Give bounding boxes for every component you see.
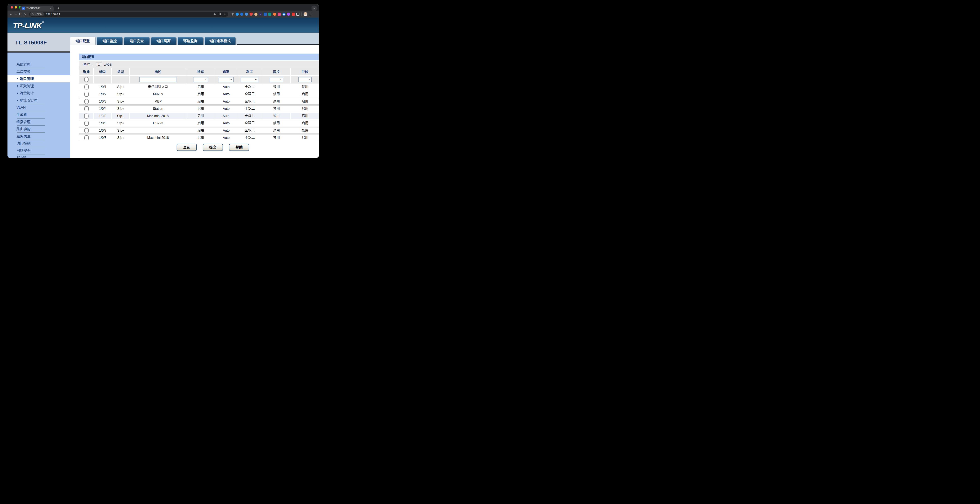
blue-swirl-icon[interactable] xyxy=(240,13,243,16)
red-notes-icon[interactable] xyxy=(292,13,295,16)
tab-端口安全[interactable]: 端口安全 xyxy=(124,37,150,45)
eyes-circle-icon[interactable]: •• xyxy=(259,13,262,16)
sidebar-item-VLAN[interactable]: VLAN xyxy=(8,104,70,111)
button-帮助[interactable]: 帮助 xyxy=(229,144,249,151)
traffic-lights xyxy=(11,6,21,8)
send-plane-icon[interactable] xyxy=(231,13,234,16)
unit-row: UNIT： 1 LAGS xyxy=(79,61,319,68)
forward-button[interactable]: → xyxy=(13,12,18,16)
tab-端口速率模式[interactable]: 端口速率模式 xyxy=(205,37,235,45)
memoji-icon[interactable] xyxy=(255,13,258,16)
home-button[interactable]: ⌂ xyxy=(22,12,27,16)
menu-dots-icon[interactable]: ⋮ xyxy=(309,13,312,16)
doc-lock-icon[interactable] xyxy=(264,13,267,16)
sidebar-item-服务质量[interactable]: 服务质量 xyxy=(8,133,70,140)
status-filter-select[interactable]: ∨ xyxy=(193,77,208,82)
reload-button[interactable]: ↻ xyxy=(18,12,22,16)
cell-speed: Auto xyxy=(215,135,237,141)
security-chip[interactable]: ⚠ 不安全 xyxy=(30,12,44,16)
profile-avatar[interactable] xyxy=(303,12,307,16)
row-checkbox[interactable] xyxy=(84,135,89,140)
translate-icon[interactable]: 文 xyxy=(278,13,281,16)
browser-tab-strip: TP TL-ST5008F × + xyxy=(8,4,319,11)
row-checkbox[interactable] xyxy=(84,114,89,119)
tab-search-button[interactable] xyxy=(312,6,317,11)
tab-端口配置[interactable]: 端口配置 xyxy=(70,37,95,45)
row-checkbox[interactable] xyxy=(84,121,89,126)
teal-chart-icon[interactable] xyxy=(268,13,271,16)
button-全选[interactable]: 全选 xyxy=(177,144,197,151)
tab-close-icon[interactable]: × xyxy=(49,6,52,10)
cell-desc: 电信网络入口 xyxy=(130,84,186,90)
row-checkbox[interactable] xyxy=(84,99,89,104)
sidebar-item-汇聚管理[interactable]: 汇聚管理 xyxy=(8,82,70,90)
col-header-type: 类型 xyxy=(112,68,130,76)
blue-drop-icon[interactable] xyxy=(235,13,239,16)
sidebar-item-label: 网络安全 xyxy=(16,148,30,153)
sidebar-item-流量统计[interactable]: 流量统计 xyxy=(8,89,70,97)
tab-端口监控[interactable]: 端口监控 xyxy=(97,37,123,45)
cell-port: 1/0/8 xyxy=(94,135,112,141)
panel-title: 端口配置 xyxy=(79,54,319,61)
shield-v-icon[interactable]: V xyxy=(250,13,253,16)
bird-icon[interactable] xyxy=(245,13,248,16)
purple-blob-icon[interactable] xyxy=(287,13,290,16)
filter-cell-duplex: ∨ xyxy=(237,76,262,84)
col-header-jumbo: 巨帧 xyxy=(291,68,319,76)
sidebar-item-label: SNMP xyxy=(16,156,27,158)
blue-ring-icon[interactable] xyxy=(282,13,286,16)
brand-banner: TP-LINK® xyxy=(8,17,319,33)
cell-status: 启用 xyxy=(186,135,215,141)
passwords-key-icon[interactable] xyxy=(213,13,216,16)
sidebar-item-label: 生成树 xyxy=(16,112,27,117)
sidebar-item-二层交换[interactable]: 二层交换 xyxy=(8,68,70,75)
traffic-light-minimize[interactable] xyxy=(15,6,17,8)
filter-cell-speed: ∨ xyxy=(215,76,237,84)
puzzle-icon[interactable] xyxy=(296,13,299,16)
address-bar[interactable]: ⚠ 不安全 192.168.0.1 ☆ xyxy=(29,12,228,17)
sidebar-item-组播管理[interactable]: 组播管理 xyxy=(8,118,70,125)
row-checkbox[interactable] xyxy=(84,84,89,89)
row-checkbox[interactable] xyxy=(84,106,89,111)
cell-flow: 禁用 xyxy=(262,120,291,126)
sidebar-item-路由功能[interactable]: 路由功能 xyxy=(8,125,70,133)
tab-环路监测[interactable]: 环路监测 xyxy=(178,37,203,45)
sidebar-item-生成树[interactable]: 生成树 xyxy=(8,111,70,118)
row-checkbox[interactable] xyxy=(84,92,89,97)
sidebar-item-系统管理[interactable]: 系统管理 xyxy=(8,61,70,68)
speed-filter-select[interactable]: ∨ xyxy=(219,77,234,82)
table-row: 1/0/2Sfp+M920x启用Auto全双工禁用启用 xyxy=(79,91,319,97)
button-提交[interactable]: 提交 xyxy=(203,144,223,151)
back-button[interactable]: ← xyxy=(9,12,13,16)
new-tab-button[interactable]: + xyxy=(56,6,60,11)
cell-flow: 禁用 xyxy=(262,98,291,105)
sidebar-item-访问控制[interactable]: 访问控制 xyxy=(8,140,70,147)
orange-circle-icon[interactable] xyxy=(273,13,276,16)
bookmark-star-icon[interactable]: ☆ xyxy=(223,13,226,16)
sidebar-item-端口管理[interactable]: 端口管理 xyxy=(8,75,70,82)
table-row: 1/0/5Sfp+Mac mini 2018启用Auto全双工禁用启用 xyxy=(79,113,319,119)
jumbo-filter-select[interactable]: ∨ xyxy=(298,77,312,82)
unit-1-button[interactable]: 1 xyxy=(96,62,102,67)
sidebar-item-SNMP[interactable]: SNMP xyxy=(8,154,70,158)
desc-filter-input[interactable] xyxy=(140,77,177,82)
cell-jumbo: 启用 xyxy=(291,106,319,112)
select-all-checkbox[interactable] xyxy=(84,77,89,82)
cell-status: 启用 xyxy=(186,91,215,97)
chevron-down-icon: ∨ xyxy=(279,78,282,81)
sidebar-item-地址表管理[interactable]: 地址表管理 xyxy=(8,97,70,104)
table-row: 1/0/1Sfp+电信网络入口启用Auto全双工禁用禁用 xyxy=(79,84,319,90)
row-checkbox[interactable] xyxy=(84,128,89,133)
filter-cell-port xyxy=(94,76,112,84)
flow-filter-select[interactable]: ∨ xyxy=(270,77,283,82)
lags-link[interactable]: LAGS xyxy=(103,63,112,66)
traffic-light-close[interactable] xyxy=(11,6,13,8)
left-column: TL-ST5008F 系统管理二层交换端口管理汇聚管理流量统计地址表管理VLAN… xyxy=(8,33,70,158)
tab-端口隔离[interactable]: 端口隔离 xyxy=(151,37,176,45)
bullet-icon xyxy=(17,85,18,87)
duplex-filter-select[interactable]: ∨ xyxy=(241,77,258,82)
browser-tab[interactable]: TP TL-ST5008F × xyxy=(20,6,54,11)
cell-jumbo: 禁用 xyxy=(291,127,319,133)
zoom-magnifier-icon[interactable] xyxy=(218,13,221,16)
sidebar-item-网络安全[interactable]: 网络安全 xyxy=(8,147,70,154)
